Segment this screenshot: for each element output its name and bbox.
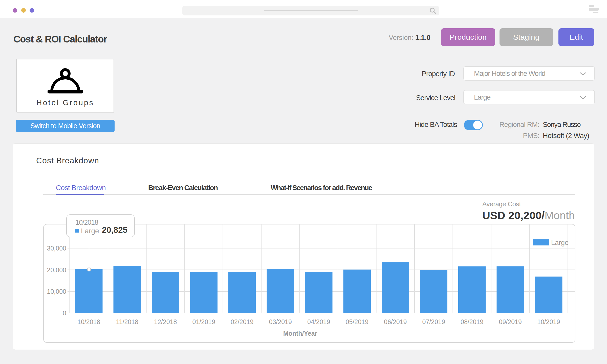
svg-text:06/2019: 06/2019 [384,318,407,325]
svg-text:02/2019: 02/2019 [231,318,253,325]
svg-text:08/2019: 08/2019 [461,318,483,325]
svg-text:07/2019: 07/2019 [422,318,445,325]
svg-text:20,000: 20,000 [47,266,66,274]
svg-text:10/2018: 10/2018 [77,318,100,325]
svg-text:11/2018: 11/2018 [116,318,138,325]
svg-text:30,000: 30,000 [47,245,66,252]
svg-text:0: 0 [63,309,66,316]
svg-text:10,000: 10,000 [47,288,66,295]
svg-text:05/2019: 05/2019 [346,318,368,325]
svg-text:10/2019: 10/2019 [537,318,560,325]
svg-text:Month/Year: Month/Year [283,330,317,337]
svg-text:12/2018: 12/2018 [154,318,177,325]
svg-text:09/2019: 09/2019 [499,318,522,325]
svg-text:04/2019: 04/2019 [307,318,330,325]
svg-text:01/2019: 01/2019 [192,318,215,325]
svg-text:03/2019: 03/2019 [269,318,292,325]
